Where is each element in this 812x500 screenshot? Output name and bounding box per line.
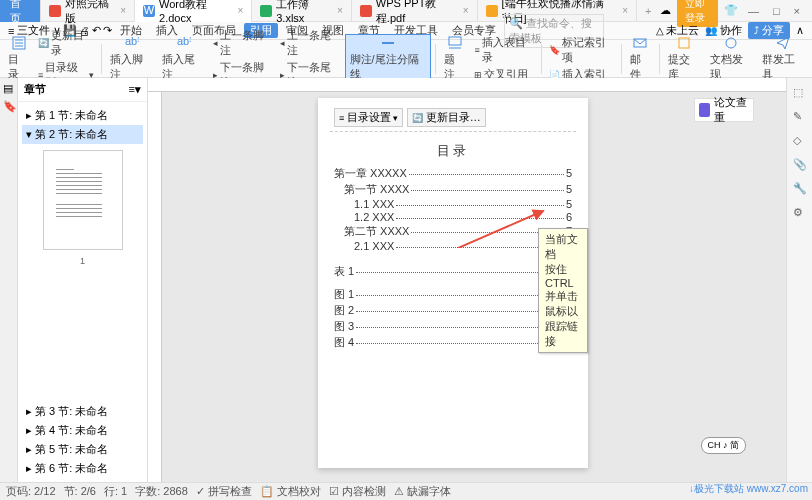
nav-section-2[interactable]: ▾ 第 2 节: 未命名 [22,125,143,144]
thumb-page-number: 1 [22,256,143,266]
titlebar: 首页 对照完稿版× WWord教程2.docx× 工作簿3.xlsx× WPS … [0,0,812,22]
tools-icon[interactable]: 🔧 [793,182,807,196]
svg-text:W: W [144,5,155,16]
tool-insert-footnote[interactable]: ab¹插入脚注 [106,35,156,82]
document-tab-0[interactable]: 对照完稿版× [41,0,135,22]
tool-insert-fig-toc[interactable]: ≡ 插入表目录 [471,34,536,66]
svg-rect-0 [49,5,61,17]
doc-icon [49,5,61,17]
page-thumbnail[interactable] [43,150,123,250]
svg-text:ab¹: ab¹ [125,35,139,47]
shape-icon[interactable]: ◇ [793,134,807,148]
svg-rect-4 [360,5,372,17]
doc-icon: W [143,5,155,17]
check-icon [699,103,710,117]
svg-text:ab¹: ab¹ [177,35,191,47]
tool-footnote-separator[interactable]: 脚注/尾注分隔线 [345,34,432,83]
status-missing-font[interactable]: ⚠ 缺漏字体 [394,484,451,499]
doc-icon [260,5,272,17]
tool-doc-discover[interactable]: 文档发现 [706,35,756,82]
canvas: ≡ 目录设置 ▾ 🔄 更新目录… 目录 第一章 XXXXX5 第一节 XXXX5… [148,78,786,482]
nav-menu-icon[interactable]: ≡▾ [129,83,141,96]
svg-point-17 [726,38,736,48]
close-icon[interactable]: × [337,5,343,16]
status-line[interactable]: 行: 1 [104,484,127,499]
close-icon[interactable]: × [120,5,126,16]
plagiarism-check-panel[interactable]: 论文查重 [694,98,754,122]
nav-section-6[interactable]: ▸ 第 6 节: 未命名 [22,459,143,478]
tool-insert-endnote[interactable]: ab¹插入尾注 [158,35,208,82]
close-button[interactable]: × [790,5,804,17]
toc-update-button[interactable]: 🔄 更新目录… [407,108,486,127]
tool-caption[interactable]: 题注 [440,35,469,82]
tool-toc[interactable]: 目录 [4,35,33,82]
nav-header: 章节≡▾ [18,78,147,102]
status-content-check[interactable]: ☑ 内容检测 [329,484,386,499]
tool-prev-footnote[interactable]: ◂ 上一条脚注 [210,27,275,59]
svg-rect-5 [486,5,498,17]
ruler-horizontal[interactable] [148,78,786,92]
ime-badge[interactable]: CH ♪ 简 [701,437,747,454]
tool-mail[interactable]: 邮件 [626,35,655,82]
hyperlink-tooltip: 当前文档 按住 CTRL 并单击鼠标以跟踪链接 [538,228,588,353]
settings-icon[interactable]: ⚙ [793,206,807,220]
toc-title: 目录 [318,142,588,160]
cloud-icon[interactable]: ☁ [660,4,671,17]
svg-rect-13 [449,37,461,45]
ruler-vertical[interactable] [148,92,162,482]
bookmark-icon[interactable]: 🔖 [3,100,15,112]
status-page[interactable]: 页码: 2/12 [6,484,56,499]
outline-icon[interactable]: ▤ [3,82,15,94]
minimize-button[interactable]: — [744,5,763,17]
watermark: ↓极光下载站 www.xz7.com [689,482,808,496]
tool-mark-index[interactable]: 🔖 标记索引项 [546,34,617,66]
status-proofread[interactable]: 📋 文档校对 [260,484,321,499]
clip-icon[interactable]: 📎 [793,158,807,172]
maximize-button[interactable]: □ [769,5,784,17]
tool-update-toc[interactable]: 🔄 更新目录 [35,27,97,59]
nav-section-1[interactable]: ▸ 第 1 节: 未命名 [22,106,143,125]
tool-mass-send[interactable]: 群发工具 [758,35,808,82]
skin-icon[interactable]: 👕 [724,4,738,17]
rightbar: ⬚ ✎ ◇ 📎 🔧 ⚙ [786,78,812,482]
document-tab-1[interactable]: WWord教程2.docx× [135,0,252,22]
document-tab-3[interactable]: WPS PPT教程.pdf× [352,0,478,22]
svg-rect-16 [679,38,689,48]
svg-rect-3 [260,5,272,17]
select-icon[interactable]: ⬚ [793,86,807,100]
leftbar: ▤ 🔖 [0,78,18,482]
nav-section-3[interactable]: ▸ 第 3 节: 未命名 [22,402,143,421]
nav-panel: 章节≡▾ ▸ 第 1 节: 未命名 ▾ 第 2 节: 未命名 1 ▸ 第 3 节… [18,78,148,482]
style-icon[interactable]: ✎ [793,110,807,124]
doc-icon [486,5,498,17]
workspace: ▤ 🔖 章节≡▾ ▸ 第 1 节: 未命名 ▾ 第 2 节: 未命名 1 ▸ 第… [0,78,812,482]
close-icon[interactable]: × [237,5,243,16]
tab-home[interactable]: 首页 [0,0,41,22]
tool-submit-lib[interactable]: 提交库 [664,35,704,82]
document-page[interactable]: ≡ 目录设置 ▾ 🔄 更新目录… 目录 第一章 XXXXX5 第一节 XXXX5… [318,98,588,468]
toc-settings-button[interactable]: ≡ 目录设置 ▾ [334,108,403,127]
close-icon[interactable]: × [622,5,628,16]
status-section[interactable]: 节: 2/6 [64,484,96,499]
status-wordcount[interactable]: 字数: 2868 [135,484,188,499]
add-tab-button[interactable]: + [637,5,659,17]
nav-section-5[interactable]: ▸ 第 5 节: 未命名 [22,440,143,459]
close-icon[interactable]: × [463,5,469,16]
toolbar: 目录 🔄 更新目录 ≡ 目录级别 ▾ ab¹插入脚注 ab¹插入尾注 ◂ 上一条… [0,40,812,78]
nav-section-4[interactable]: ▸ 第 4 节: 未命名 [22,421,143,440]
tool-prev-endnote[interactable]: ◂ 上一条尾注 [277,27,342,59]
status-spellcheck[interactable]: ✓ 拼写检查 [196,484,252,499]
doc-icon [360,5,372,17]
document-tab-2[interactable]: 工作簿3.xlsx× [252,0,352,22]
